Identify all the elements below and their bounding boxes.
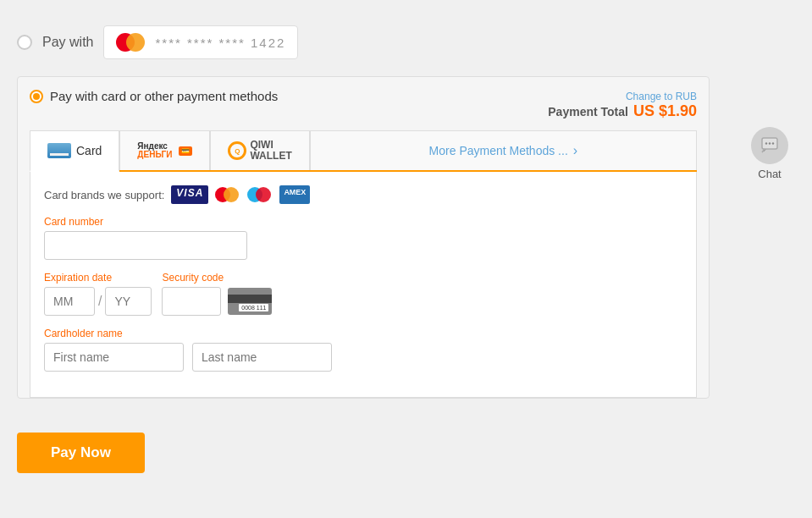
change-rub-link[interactable]: Change to RUB [626, 91, 697, 102]
expiry-mm-input[interactable] [44, 287, 95, 316]
security-label: Security code [162, 272, 272, 284]
tab-more-label: More Payment Methods ... [429, 144, 568, 157]
card-number-field: Card number [44, 216, 682, 260]
first-name-input[interactable] [44, 343, 184, 372]
cardholder-field: Cardholder name [44, 328, 682, 372]
pay-card-label-row: Pay with card or other payment methods [30, 89, 278, 103]
currency-info: Change to RUB Payment Total US $1.90 [548, 89, 697, 120]
payment-total-row: Payment Total US $1.90 [548, 102, 697, 120]
tab-more-methods[interactable]: More Payment Methods ... › [310, 130, 697, 170]
cardholder-inputs [44, 343, 682, 372]
pay-card-radio[interactable] [30, 90, 43, 103]
saved-card-box[interactable]: **** **** **** 1422 [103, 25, 298, 59]
security-code-input[interactable] [162, 287, 221, 316]
sidebar: Chat [727, 0, 812, 518]
yandex-badge: 💳 [179, 146, 192, 156]
svg-point-6 [772, 142, 774, 144]
payment-total-label: Payment Total [548, 105, 628, 118]
svg-point-5 [769, 142, 771, 144]
chat-label: Chat [758, 168, 781, 180]
pay-now-button[interactable]: Pay Now [17, 433, 145, 473]
expiry-security-row: Expiration date / Security code 0008 111 [44, 272, 682, 316]
tab-card[interactable]: Card [30, 130, 119, 172]
pay-with-row: Pay with **** **** **** 1422 [17, 17, 710, 76]
pay-with-label: Pay with [42, 35, 93, 50]
qiwi-logo: Q QIWI WALLET [228, 140, 291, 162]
expiry-field: Expiration date / [44, 272, 152, 316]
cardholder-label: Cardholder name [44, 328, 682, 339]
expiry-yy-input[interactable] [105, 287, 152, 316]
payment-total-amount: US $1.90 [633, 102, 697, 120]
amex-icon: AMEX [279, 185, 310, 204]
payment-section-header: Pay with card or other payment methods C… [30, 89, 697, 120]
tab-qiwi[interactable]: Q QIWI WALLET [210, 130, 309, 170]
chevron-right-icon: › [573, 143, 577, 158]
svg-point-4 [765, 142, 767, 144]
maestro-icon [247, 187, 273, 202]
visa-icon: VISA [171, 185, 208, 204]
payment-methods-section: Pay with card or other payment methods C… [17, 76, 710, 399]
pay-card-text: Pay with card or other payment methods [50, 89, 278, 103]
mastercard-brand-icon [215, 185, 240, 204]
card-brands-label: Card brands we support: [44, 189, 164, 201]
pay-with-radio[interactable] [17, 35, 32, 50]
saved-card-number: **** **** **** 1422 [155, 36, 285, 50]
qiwi-text: QIWI WALLET [250, 140, 291, 162]
expiry-label: Expiration date [44, 272, 152, 284]
card-number-input[interactable] [44, 231, 247, 260]
cvv-hint-image: 0008 111 [228, 288, 272, 315]
card-tab-icon [47, 143, 71, 158]
chat-button[interactable]: Chat [743, 118, 797, 189]
chat-icon [751, 127, 788, 164]
tab-yandex[interactable]: Яндекс ДЕНЬГИ 💳 [119, 130, 210, 170]
expiry-slash: / [98, 294, 102, 309]
yandex-logo: Яндекс ДЕНЬГИ [137, 142, 172, 159]
tab-card-label: Card [76, 144, 102, 157]
card-brands-row: Card brands we support: VISA AMEX [44, 185, 682, 204]
qiwi-circle-icon: Q [228, 141, 246, 160]
card-form: Card brands we support: VISA AMEX Card n… [30, 172, 697, 398]
security-field: Security code 0008 111 [162, 272, 272, 316]
expiry-inputs: / [44, 287, 152, 316]
last-name-input[interactable] [192, 343, 332, 372]
payment-tabs: Card Яндекс ДЕНЬГИ 💳 Q QIWI WALLET [30, 130, 697, 172]
mastercard-icon [116, 33, 146, 52]
card-number-label: Card number [44, 216, 682, 228]
